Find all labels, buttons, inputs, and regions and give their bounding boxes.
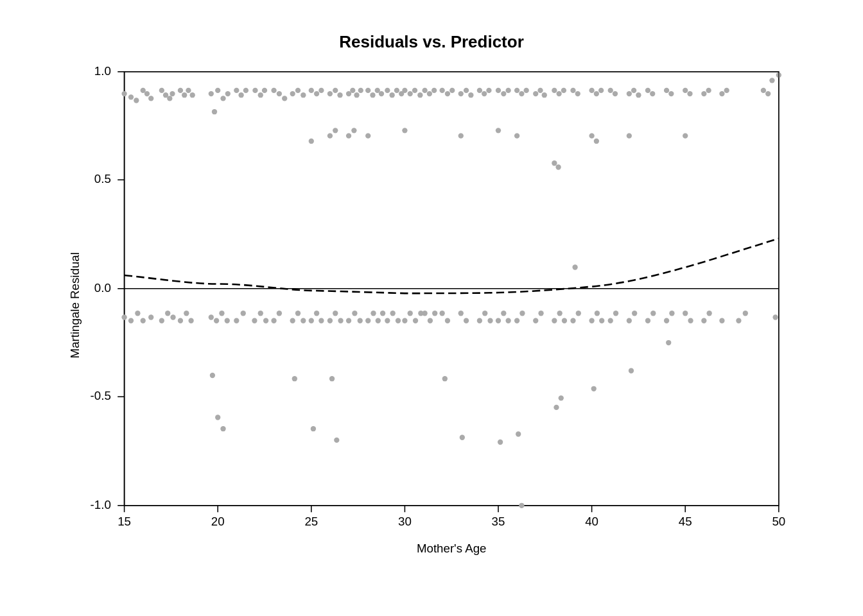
y-label-n05: -0.5 [91, 389, 111, 402]
dot [327, 318, 333, 323]
dot [277, 91, 282, 96]
dot [210, 373, 215, 378]
dot [141, 318, 146, 323]
dot [413, 318, 418, 323]
dot [498, 440, 503, 445]
dot [402, 88, 407, 93]
dot [664, 88, 669, 93]
x-label-15: 15 [118, 515, 131, 528]
y-label-n1: -1.0 [91, 498, 111, 511]
dot [214, 318, 219, 323]
dot [664, 318, 669, 323]
dot [311, 426, 316, 431]
dot [645, 88, 650, 93]
dot [376, 318, 381, 323]
dot [769, 78, 774, 83]
dot [290, 91, 295, 96]
dot [439, 311, 444, 316]
dot [309, 318, 314, 323]
y-label-05: 0.5 [94, 172, 111, 185]
dot [346, 133, 351, 138]
dot [263, 318, 268, 323]
dot [337, 92, 342, 98]
dot [422, 311, 427, 316]
dot [354, 92, 359, 98]
dot [743, 311, 748, 316]
dot [591, 386, 597, 391]
dot [482, 91, 487, 96]
dot [552, 160, 557, 166]
dot [516, 431, 521, 436]
dot [458, 311, 464, 316]
dot [533, 318, 538, 323]
dot [314, 311, 319, 316]
dot [561, 88, 566, 93]
dot [650, 91, 655, 96]
dot [262, 88, 267, 93]
dot [572, 264, 577, 270]
dot [350, 88, 355, 93]
dot [329, 376, 335, 381]
dot [594, 139, 599, 144]
dot [327, 91, 333, 96]
dot [402, 318, 407, 323]
dot [370, 311, 376, 316]
y-axis-title: Martingale Residual [68, 252, 82, 358]
dot [290, 318, 295, 323]
dot [258, 92, 263, 98]
dot [706, 88, 711, 93]
x-label-45: 45 [679, 515, 692, 528]
dot [559, 395, 564, 400]
dot [445, 318, 450, 323]
dot [668, 91, 674, 96]
dot [365, 133, 370, 138]
dot [427, 91, 432, 96]
dot [346, 318, 351, 323]
dot [385, 318, 390, 323]
chart-svg: 15 20 25 30 35 40 45 50 -1.0 -0.5 0.0 0.… [46, 58, 817, 559]
dot [220, 96, 225, 101]
dot [309, 139, 314, 144]
dot [408, 311, 413, 316]
dot [338, 318, 343, 323]
dot [570, 318, 575, 323]
dot [220, 426, 225, 431]
dot [533, 91, 538, 96]
dot [683, 88, 688, 93]
dot [552, 318, 557, 323]
dot [432, 88, 437, 93]
dot [468, 92, 473, 98]
dot [333, 128, 338, 133]
dot [334, 438, 339, 443]
dot [464, 318, 469, 323]
dot [252, 88, 257, 93]
chart-container: Residuals vs. Predictor [46, 32, 817, 584]
dot [524, 88, 529, 93]
dot [128, 318, 134, 323]
dot [215, 88, 220, 93]
y-label-0: 0.0 [94, 281, 111, 295]
dot [333, 311, 338, 316]
dot [666, 340, 671, 345]
dot [595, 311, 600, 316]
dot [598, 88, 604, 93]
dot [458, 133, 464, 138]
dot [295, 88, 301, 93]
dot [412, 88, 417, 93]
dot [178, 318, 183, 323]
dot [736, 318, 741, 323]
dot [432, 311, 437, 316]
dot [701, 318, 706, 323]
dot [186, 88, 191, 93]
dot [292, 376, 297, 381]
x-label-25: 25 [304, 515, 318, 528]
dot [271, 88, 276, 93]
dot [159, 318, 164, 323]
dot [121, 91, 126, 96]
dot [144, 91, 150, 96]
dot [687, 91, 692, 96]
dot [645, 318, 650, 323]
chart-area: 15 20 25 30 35 40 45 50 -1.0 -0.5 0.0 0.… [46, 58, 817, 559]
dot [379, 91, 384, 96]
dot [477, 88, 482, 93]
